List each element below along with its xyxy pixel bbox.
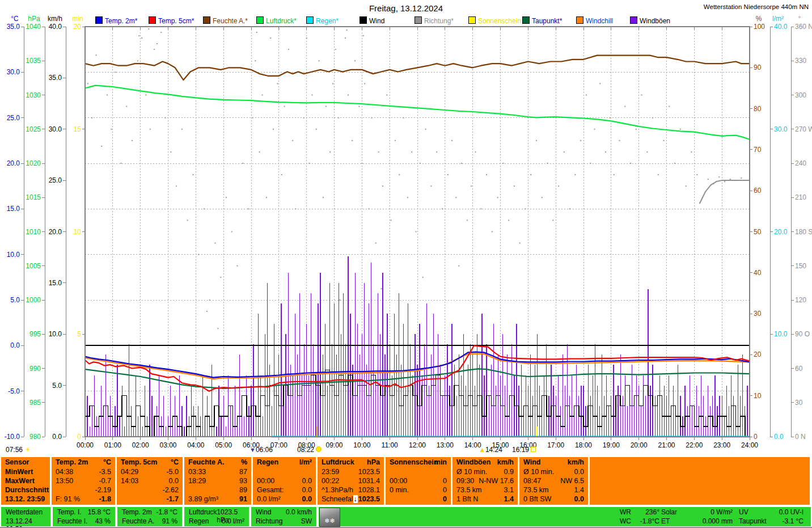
x-axis-tick-label: 21:00 <box>658 441 675 449</box>
sunset-time: 16:19 <box>512 446 529 454</box>
sunrise-annotation: 08:22 <box>297 446 322 454</box>
x-axis-tick-label: 01:00 <box>104 441 121 449</box>
axis-tick-label: 30 <box>795 399 803 407</box>
footer-row: Wind0.0 km/h <box>251 508 316 517</box>
footer-label: Solar <box>661 508 677 517</box>
series-richtung-dots <box>176 185 177 187</box>
stat-cell: Temp. 5cm <box>121 458 157 466</box>
axis-tick-label: 1035 <box>26 57 41 65</box>
stat-cell: 1028.1 <box>358 486 380 494</box>
footer-label: Feuchte A. <box>122 517 154 526</box>
stat-cell: Sonnenschein <box>390 458 438 466</box>
stat-cell: 3.1 <box>504 486 514 494</box>
series-richtung-dots <box>386 95 387 96</box>
stat-cell: Ø 10 min. <box>456 468 487 476</box>
axis-tick-label: 150 <box>795 262 806 270</box>
x-axis-tick-label: 12:00 <box>409 441 426 449</box>
footer-value: 0.0 km/h <box>286 508 312 517</box>
axis-tick-label: 20 <box>754 350 762 358</box>
sun-dot-icon <box>316 446 322 452</box>
stat-row: 18:2993 <box>184 477 251 485</box>
stat-cell: Temp. 2m <box>56 458 88 466</box>
series-richtung-dots <box>416 231 417 233</box>
series-richtung-dots <box>288 49 289 50</box>
series-richtung-dots <box>266 197 267 198</box>
stat-row: Temp. 5cm°C <box>117 458 183 467</box>
series-richtung-dots <box>599 83 600 84</box>
daily-stats-table: SensorMinWertMaxWertDurchschnitt13.12. 2… <box>0 457 812 505</box>
series-richtung-dots <box>292 140 293 141</box>
footer-value: 0.0 UV-I <box>779 508 803 517</box>
stat-row <box>386 468 451 476</box>
axis-tick-label: 1030 <box>26 91 41 99</box>
series-richtung-dots <box>231 231 232 233</box>
sunset-square-icon <box>531 447 536 452</box>
footer-label: Temp. I. <box>57 508 82 517</box>
axis-tick-label: 50 <box>754 228 762 236</box>
stats-column-spacer <box>590 457 810 505</box>
axis-tick-label: 5 <box>77 330 81 338</box>
stat-cell: N-NW 17.6 <box>479 477 514 485</box>
footer-row: 13.12.24 23:59 <box>1 517 50 526</box>
stat-row: 09:30N-NW 17.6 <box>452 477 518 485</box>
stats-column-temp-2m: Temp. 2m°C04:38-3.513:50-0.7-2.19F: 91 %… <box>52 457 115 505</box>
stat-row: 0 min.0 <box>386 486 451 495</box>
axis-tick-label: 20 <box>74 23 82 31</box>
series-richtung-dots <box>663 140 665 141</box>
series-richtung-dots <box>508 219 509 221</box>
dawn-time: 07:56 <box>6 446 23 454</box>
footer-label: Wind <box>256 508 271 517</box>
series-richtung-dots <box>323 197 324 198</box>
footer-row: Taupunkt-3.1 °C <box>739 517 803 526</box>
axis-tick-label: 0.0 <box>10 341 20 349</box>
axis-tick-label: 10 <box>754 392 762 400</box>
stat-row: 73.5 km3.1 <box>452 486 518 495</box>
footer-label: Regen <box>189 517 209 526</box>
series-richtung-dots <box>145 95 146 96</box>
series-richtung-dots <box>329 151 331 153</box>
series-richtung-dots <box>718 176 720 178</box>
footer-label: WR <box>620 508 631 517</box>
x-axis-tick-label: 24:00 <box>741 441 758 449</box>
series-richtung-dots <box>594 129 595 130</box>
x-axis-tick-label: 13:00 <box>437 441 454 449</box>
stat-label: Durchschnitt <box>5 486 49 494</box>
axis-tick-label: 25.0 <box>7 114 20 122</box>
stat-row: 23:591023.5 <box>318 468 384 476</box>
series-richtung-dots <box>399 174 400 175</box>
series-richtung-dots <box>181 129 183 130</box>
axis-tick-label: 985 <box>29 399 41 407</box>
series-richtung-dots <box>624 106 625 107</box>
series-richtung-dots <box>580 140 581 141</box>
series-richtung-dots <box>270 37 271 39</box>
footer-label: WC <box>620 517 631 526</box>
stat-cell: Schneefall <box>322 495 354 503</box>
stat-cell: 89 <box>239 486 247 494</box>
axis-tick-label: 10 <box>74 228 82 236</box>
stat-row: 03:3387 <box>184 468 251 476</box>
series-richtung-dots <box>691 151 692 153</box>
series-richtung-dots <box>277 83 278 84</box>
footer-row: UV0.0 UV-I <box>739 508 803 517</box>
stat-row: MinWert <box>1 468 50 476</box>
axis-tick-label: 0 N <box>795 433 806 441</box>
series-richtung-dots <box>724 181 725 182</box>
axis-tick-label: 210 <box>795 193 806 201</box>
x-axis-tick-label: 03:00 <box>159 441 176 449</box>
axis-tick-label: 980 <box>29 433 41 441</box>
footer-value: -1.8 °C <box>157 508 177 517</box>
series-richtung-dots <box>352 140 353 141</box>
footer-row: Solar0 W/m² <box>661 508 733 517</box>
series-richtung-dots <box>646 151 648 153</box>
series-richtung-dots <box>369 208 370 209</box>
stat-cell: 23:59 <box>322 468 339 476</box>
axis-tick-label: 1005 <box>26 262 41 270</box>
series-richtung-dots <box>154 49 155 50</box>
stat-cell: 13:50 <box>56 477 73 485</box>
series-richtung-dots <box>364 83 365 84</box>
stat-cell: 0.0 <box>302 495 312 503</box>
series-richtung-dots <box>502 163 504 164</box>
series-richtung-dots <box>358 106 360 107</box>
series-richtung-dots <box>619 140 620 141</box>
series-richtung-dots <box>220 277 221 278</box>
